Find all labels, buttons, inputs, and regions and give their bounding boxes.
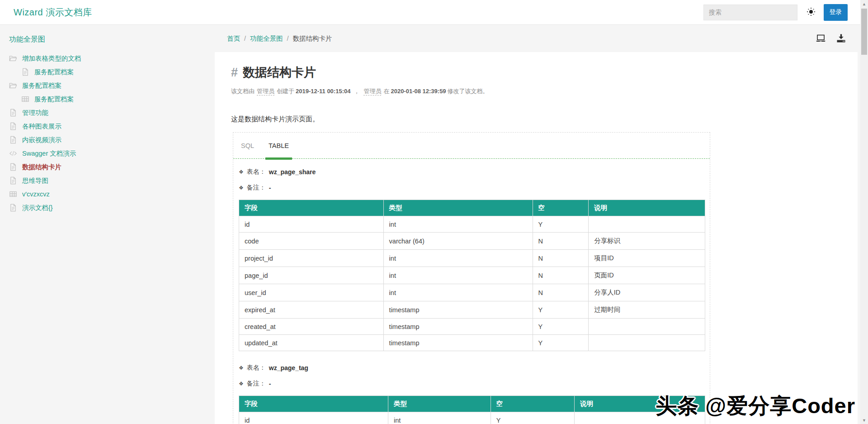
file-icon bbox=[9, 122, 17, 130]
download-icon bbox=[835, 33, 847, 44]
table-row: page_idintN页面ID bbox=[239, 267, 705, 284]
sidebar-item[interactable]: 演示文档{} bbox=[9, 201, 210, 214]
schema-table: 字段类型空说明idintYcodevarchar (64)N分享标识projec… bbox=[239, 200, 705, 351]
table-cell: 分享人ID bbox=[589, 284, 705, 301]
remark-label: 备注： bbox=[247, 184, 266, 192]
modifier-name: 管理员 bbox=[363, 88, 381, 95]
reading-mode-button[interactable] bbox=[815, 33, 826, 44]
diamond-bullet-icon: ❖ bbox=[239, 381, 244, 387]
table-name-line: ❖表名：wz_page_tag bbox=[239, 364, 704, 372]
sidebar-item[interactable]: 服务配置档案 bbox=[9, 92, 210, 106]
breadcrumb-link[interactable]: 功能全景图 bbox=[250, 34, 283, 43]
table-row: idintY bbox=[239, 412, 705, 424]
table-cell bbox=[589, 319, 705, 335]
table-cell: project_id bbox=[239, 250, 384, 267]
table-cell: Y bbox=[491, 412, 575, 424]
sidebar-title[interactable]: 功能全景图 bbox=[9, 35, 210, 44]
theme-toggle-button[interactable] bbox=[805, 6, 817, 18]
meta-created-label: 创建于 bbox=[277, 88, 294, 95]
column-header: 类型 bbox=[383, 200, 533, 216]
login-button[interactable]: 登录 bbox=[824, 4, 848, 21]
schema-section: ❖表名：wz_page_tag❖备注：-字段类型空说明idintY bbox=[239, 364, 704, 424]
sidebar-item[interactable]: 各种图表展示 bbox=[9, 119, 210, 133]
table-cell: int bbox=[388, 412, 491, 424]
table-cell: int bbox=[383, 267, 533, 284]
sidebar: 功能全景图 增加表格类型的文档服务配置档案服务配置档案服务配置档案管理功能各种图… bbox=[0, 25, 215, 424]
sidebar-item-label: 内嵌视频演示 bbox=[22, 136, 61, 144]
file-icon bbox=[9, 136, 17, 144]
file-icon bbox=[9, 176, 17, 185]
app-logo[interactable]: Wizard 演示文档库 bbox=[14, 6, 92, 19]
sidebar-item[interactable]: 思维导图 bbox=[9, 174, 210, 187]
folder-open-icon bbox=[9, 54, 17, 62]
sidebar-item-label: Swagger 文档演示 bbox=[22, 149, 76, 158]
sidebar-item[interactable]: 服务配置档案 bbox=[9, 65, 210, 79]
schema-section: ❖表名：wz_page_share❖备注：-字段类型空说明idintYcodev… bbox=[239, 168, 704, 351]
table-name-label: 表名： bbox=[247, 364, 266, 372]
table-icon bbox=[9, 190, 17, 198]
download-button[interactable] bbox=[835, 33, 847, 44]
tab-label: SQL bbox=[241, 142, 254, 149]
file-icon bbox=[9, 163, 17, 171]
sun-icon bbox=[806, 7, 816, 18]
doc-sections: ❖表名：wz_page_share❖备注：-字段类型空说明idintYcodev… bbox=[233, 159, 710, 424]
table-row: idintY bbox=[239, 216, 705, 233]
table-cell: int bbox=[383, 216, 533, 233]
column-header: 说明 bbox=[589, 200, 705, 216]
table-cell: timestamp bbox=[383, 335, 533, 351]
sidebar-item-label: 演示文档{} bbox=[22, 204, 53, 212]
tab-bar: SQLTABLE bbox=[233, 133, 710, 159]
sidebar-item-label: 服务配置档案 bbox=[22, 81, 61, 90]
laptop-icon bbox=[815, 33, 826, 44]
breadcrumb-separator: / bbox=[287, 35, 289, 42]
sidebar-item[interactable]: Swagger 文档演示 bbox=[9, 147, 210, 160]
vertical-scrollbar[interactable]: ▲ ▼ bbox=[860, 0, 868, 424]
doc-intro-paragraph: 这是数据结构卡片演示页面。 bbox=[231, 115, 858, 124]
created-timestamp: 2019-12-11 00:15:04 bbox=[296, 88, 350, 95]
table-row: user_idintN分享人ID bbox=[239, 284, 705, 301]
watermark: 头条 @爱分享Coder bbox=[656, 392, 855, 420]
sidebar-item[interactable]: v'cvzxcvz bbox=[9, 187, 210, 201]
column-header: 类型 bbox=[388, 396, 491, 412]
app-header: Wizard 演示文档库 登录 bbox=[0, 0, 860, 25]
remark-label: 备注： bbox=[247, 380, 266, 388]
table-cell: Y bbox=[533, 319, 589, 335]
scrollbar-up-arrow[interactable]: ▲ bbox=[860, 0, 868, 8]
meta-suffix: 修改了该文档。 bbox=[448, 88, 489, 95]
table-name-value: wz_page_tag bbox=[269, 364, 308, 372]
remark-line: ❖备注：- bbox=[239, 380, 704, 388]
table-cell: id bbox=[239, 216, 384, 233]
page-title-text: 数据结构卡片 bbox=[243, 64, 316, 81]
table-cell: code bbox=[239, 233, 384, 250]
sidebar-item[interactable]: 数据结构卡片 bbox=[9, 160, 210, 174]
sidebar-item[interactable]: 内嵌视频演示 bbox=[9, 133, 210, 147]
schema-table: 字段类型空说明idintY bbox=[239, 395, 705, 424]
table-cell: 项目ID bbox=[589, 250, 705, 267]
column-header: 字段 bbox=[239, 396, 388, 412]
scrollbar-thumb[interactable] bbox=[861, 9, 867, 55]
search-input[interactable] bbox=[703, 5, 797, 20]
table-cell: user_id bbox=[239, 284, 384, 301]
table-name-label: 表名： bbox=[247, 168, 266, 176]
sidebar-item-label: v'cvzxcvz bbox=[22, 191, 50, 198]
folder-open-icon bbox=[9, 81, 17, 90]
scrollbar-down-arrow[interactable]: ▼ bbox=[860, 416, 868, 424]
tab-sql[interactable]: SQL bbox=[237, 133, 258, 158]
column-header: 空 bbox=[491, 396, 575, 412]
schema-card: SQLTABLE ❖表名：wz_page_share❖备注：-字段类型空说明id… bbox=[233, 132, 710, 424]
sidebar-item[interactable]: 管理功能 bbox=[9, 106, 210, 119]
breadcrumb-link[interactable]: 首页 bbox=[227, 34, 240, 43]
creator-name: 管理员 bbox=[257, 88, 274, 95]
table-cell: page_id bbox=[239, 267, 384, 284]
remark-line: ❖备注：- bbox=[239, 184, 704, 192]
breadcrumb-bar: 首页/功能全景图/数据结构卡片 bbox=[215, 25, 858, 52]
sidebar-item-label: 思维导图 bbox=[22, 176, 48, 185]
page-title: # 数据结构卡片 bbox=[231, 64, 858, 81]
table-row: codevarchar (64)N分享标识 bbox=[239, 233, 705, 250]
table-row: created_attimestampY bbox=[239, 319, 705, 335]
active-tab-underline bbox=[265, 157, 292, 160]
sidebar-item[interactable]: 增加表格类型的文档 bbox=[9, 52, 210, 65]
sidebar-item[interactable]: 服务配置档案 bbox=[9, 79, 210, 92]
tab-table[interactable]: TABLE bbox=[264, 133, 293, 158]
table-cell: Y bbox=[533, 216, 589, 233]
